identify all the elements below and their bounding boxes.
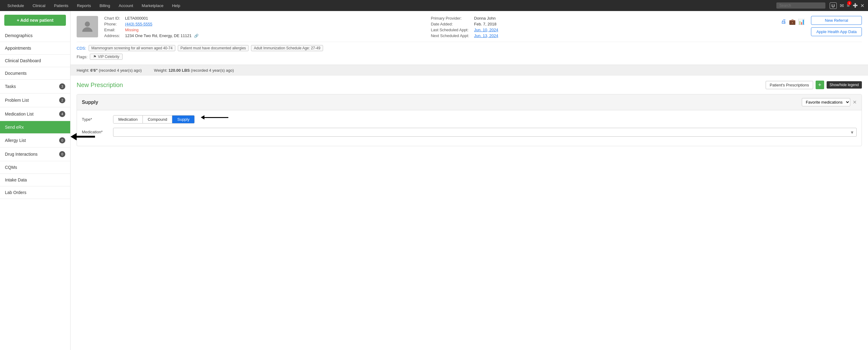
sidebar-item-send-erx[interactable]: Send eRx — [0, 121, 70, 134]
notifications-badge[interactable]: ≡ 1 — [847, 3, 849, 8]
flags-row: Flags: ⚑ VIP Celebrity — [76, 54, 862, 60]
sidebar-item-drug-interactions[interactable]: Drug Interactions0 — [0, 148, 70, 161]
sidebar-item-cqms[interactable]: CQMs — [0, 161, 70, 174]
sidebar-item-label: Drug Interactions — [5, 152, 38, 157]
cds-row: CDS: Mammogram screening for all women a… — [76, 45, 862, 51]
mail-icon[interactable]: ✉ — [840, 3, 844, 8]
height-note: (recorded 4 year(s) ago) — [99, 68, 142, 73]
nav-item-clinical[interactable]: Clinical — [29, 2, 49, 9]
type-label: Type* — [82, 115, 110, 122]
sidebar-menu: DemographicsAppointmentsClinical Dashboa… — [0, 29, 70, 199]
type-button-group: Medication Compound Supply — [113, 115, 195, 124]
nav-item-marketplace[interactable]: Marketplace — [138, 2, 167, 9]
supply-card: Supply Favorite medications ✕ Type* Medi… — [76, 94, 862, 146]
weight-label: Weight: — [154, 68, 167, 73]
weight-info: Weight: 120.00 LBS (recorded 4 year(s) a… — [154, 68, 234, 73]
primary-provider-label: Primary Provider: — [431, 16, 469, 21]
nav-item-billing[interactable]: Billing — [96, 2, 114, 9]
email-label: Email: — [104, 28, 120, 32]
email-value: Missing — [125, 28, 426, 32]
type-medication-button[interactable]: Medication — [114, 116, 143, 123]
last-scheduled-value[interactable]: Jun. 10, 2024 — [474, 28, 775, 32]
nav-item-reports[interactable]: Reports — [73, 2, 95, 9]
phone-label: Phone: — [104, 22, 120, 26]
sidebar-item-problem-list[interactable]: Problem List2 — [0, 93, 70, 107]
sidebar-item-label: Clinical Dashboard — [5, 58, 41, 63]
type-row: Type* Medication Compound Supply — [82, 115, 857, 124]
vitals-row: Height: 6'6" (recorded 4 year(s) ago) We… — [70, 65, 868, 76]
supply-card-body: Type* Medication Compound Supply — [77, 110, 862, 146]
sidebar: + Add new patient DemographicsAppointmen… — [0, 11, 70, 350]
svg-point-0 — [85, 22, 90, 27]
sidebar-item-allergy-list[interactable]: Allergy List0 — [0, 134, 70, 148]
sidebar-item-lab-orders[interactable]: Lab Orders — [0, 186, 70, 199]
add-prescription-button[interactable]: + — [815, 81, 824, 89]
apple-health-button[interactable]: Apple Health App Data — [811, 27, 862, 36]
prescription-header-actions: Patient's Prescriptions + Show/hide lege… — [766, 81, 862, 89]
sidebar-item-demographics[interactable]: Demographics — [0, 29, 70, 42]
close-icon[interactable]: ✕ — [860, 3, 864, 8]
add-patient-button[interactable]: + Add new patient — [4, 15, 66, 26]
address-value: 1234 One Two Rd, Energy, DE 11121 🔗 — [125, 33, 426, 38]
dropdown-arrow-icon: ▼ — [850, 130, 854, 135]
sidebar-item-label: Tasks — [5, 84, 16, 89]
sidebar-item-medication-list[interactable]: Medication List4 — [0, 107, 70, 121]
search-input[interactable] — [776, 2, 826, 8]
sidebar-badge: 0 — [59, 137, 65, 144]
weight-value: 120.00 LBS — [168, 68, 191, 73]
print-icon[interactable]: 🖨 — [781, 19, 786, 25]
flags-label: Flags: — [76, 55, 87, 59]
flag-vip: ⚑ VIP Celebrity — [90, 54, 123, 60]
medication-label: Medication* — [82, 128, 110, 134]
sidebar-item-label: Problem List — [5, 98, 29, 103]
patient-action-icons: 🖨 💼 📊 — [781, 19, 805, 25]
supply-arrow-annotation — [201, 115, 228, 120]
cds-flags-section: CDS: Mammogram screening for all women a… — [76, 42, 862, 60]
patient-info: Chart ID: LETA000001 Primary Provider: D… — [104, 16, 775, 38]
weight-note: (recorded 4 year(s) ago) — [191, 68, 234, 73]
sidebar-badge: 4 — [59, 111, 65, 117]
arrow-line — [204, 117, 228, 118]
cds-label[interactable]: CDS: — [76, 46, 86, 51]
medication-input[interactable] — [113, 128, 857, 137]
type-compound-button[interactable]: Compound — [143, 116, 173, 123]
nav-item-schedule[interactable]: Schedule — [4, 2, 28, 9]
favorite-medications-select[interactable]: Favorite medications — [802, 98, 850, 106]
sidebar-item-label: Medication List — [5, 112, 33, 117]
patient-avatar — [76, 16, 98, 37]
next-scheduled-value[interactable]: Jun. 13, 2024 — [474, 33, 775, 38]
flag-icon: ⚑ — [93, 55, 97, 59]
new-referral-button[interactable]: New Referral — [811, 16, 862, 25]
address-label: Address: — [104, 33, 120, 38]
nav-item-help[interactable]: Help — [168, 2, 184, 9]
phone-value[interactable]: (443) 555-5555 — [125, 22, 426, 26]
sidebar-item-appointments[interactable]: Appointments — [0, 42, 70, 55]
add-icon[interactable]: ✚ — [853, 2, 858, 9]
primary-provider-value: Donna John — [474, 16, 775, 21]
cds-tag-0: Mammogram screening for all women aged 4… — [89, 45, 175, 51]
supply-header-right: Favorite medications ✕ — [802, 98, 857, 106]
sidebar-badge: 2 — [59, 97, 65, 103]
external-link-icon[interactable]: 🔗 — [194, 34, 198, 38]
sidebar-item-label: CQMs — [5, 165, 17, 170]
nav-item-patients[interactable]: Patients — [50, 2, 72, 9]
sidebar-item-documents[interactable]: Documents — [0, 67, 70, 80]
show-hide-legend-button[interactable]: Show/hide legend — [827, 81, 862, 89]
patient-header: Chart ID: LETA000001 Primary Provider: D… — [70, 11, 868, 65]
sidebar-item-tasks[interactable]: Tasks3 — [0, 80, 70, 93]
height-label: Height: — [76, 68, 89, 73]
chart-id-label: Chart ID: — [104, 16, 120, 21]
sidebar-badge: 3 — [59, 83, 65, 90]
chart-icon[interactable]: 📊 — [798, 19, 805, 25]
user-icon[interactable]: U — [830, 2, 837, 9]
type-supply-button[interactable]: Supply — [172, 116, 194, 123]
sidebar-item-label: Allergy List — [5, 138, 26, 143]
briefcase-icon[interactable]: 💼 — [789, 19, 796, 25]
chart-id-value: LETA000001 — [125, 16, 426, 21]
close-supply-button[interactable]: ✕ — [853, 99, 857, 105]
sidebar-item-clinical-dashboard[interactable]: Clinical Dashboard — [0, 55, 70, 67]
prescription-section: New Prescription Patient's Prescriptions… — [70, 76, 868, 350]
nav-item-account[interactable]: Account — [115, 2, 137, 9]
patient-prescriptions-button[interactable]: Patient's Prescriptions — [766, 81, 813, 89]
sidebar-item-intake-data[interactable]: Intake Data — [0, 174, 70, 186]
